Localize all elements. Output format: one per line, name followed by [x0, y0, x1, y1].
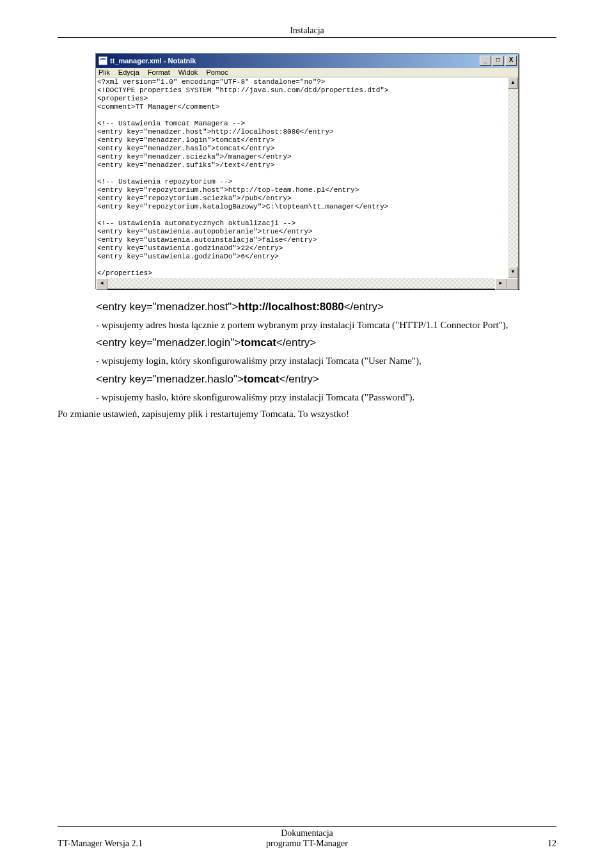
menubar: Plik Edycja Format Widok Pomoc: [96, 68, 518, 77]
footer-right-blank: [390, 828, 556, 839]
titlebar: tt_manager.xml - Notatnik _ □ X: [96, 54, 518, 68]
footer-rule: [58, 826, 556, 827]
notepad-window: tt_manager.xml - Notatnik _ □ X Plik Edy…: [95, 53, 519, 289]
editor-content[interactable]: <?xml version="1.0" encoding="UTF-8" sta…: [96, 77, 508, 278]
menu-view[interactable]: Widok: [178, 68, 198, 76]
body-line-4: Po zmianie ustawień, zapisujemy plik i r…: [58, 409, 556, 420]
footer-center-bottom: programu TT-Manager: [224, 839, 390, 849]
entry-login-prefix: <entry key="menadzer.login">: [96, 336, 240, 349]
body-line-2: - wpisujemy login, który skonfigurowaliś…: [96, 354, 556, 367]
entry-haslo: <entry key="menadzer.haslo">tomcat</entr…: [96, 373, 556, 386]
entry-host: <entry key="menadzer.host">http://localh…: [96, 301, 556, 313]
entry-haslo-prefix: <entry key="menadzer.haslo">: [96, 373, 244, 385]
entry-host-value: http://localhost:8080: [238, 301, 343, 313]
menu-file[interactable]: Plik: [98, 68, 110, 76]
scroll-down-icon[interactable]: ▼: [508, 267, 518, 278]
footer-version: TT-Manager Wersja 2.1: [58, 839, 224, 849]
scroll-up-icon[interactable]: ▲: [508, 77, 518, 89]
footer-page-number: 12: [390, 839, 556, 849]
scroll-track-v[interactable]: [508, 89, 518, 267]
menu-help[interactable]: Pomoc: [206, 68, 228, 76]
close-button[interactable]: X: [505, 56, 517, 66]
entry-host-prefix: <entry key="menadzer.host">: [96, 301, 238, 313]
entry-login-value: tomcat: [240, 336, 276, 349]
minimize-button[interactable]: _: [480, 56, 491, 66]
entry-login: <entry key="menadzer.login">tomcat</entr…: [96, 336, 556, 349]
menu-edit[interactable]: Edycja: [118, 68, 139, 76]
notepad-icon: [98, 56, 107, 65]
scrollbar-horizontal[interactable]: ◄ ►: [96, 278, 518, 288]
body-line-1: - wpisujemy adres hosta łącznie z portem…: [96, 319, 556, 331]
scroll-track-h[interactable]: [107, 278, 495, 288]
menu-format[interactable]: Format: [148, 68, 170, 76]
scroll-right-icon[interactable]: ►: [495, 278, 507, 290]
page-footer: Dokumentacja TT-Manager Wersja 2.1 progr…: [58, 826, 556, 849]
maximize-button[interactable]: □: [492, 56, 504, 66]
footer-left: [58, 828, 224, 839]
entry-haslo-suffix: </entry>: [279, 373, 319, 385]
window-title: tt_manager.xml - Notatnik: [110, 57, 480, 65]
page-header-title: Instalacja: [58, 26, 556, 36]
entry-haslo-value: tomcat: [244, 373, 279, 385]
footer-center-top: Dokumentacja: [224, 828, 390, 839]
entry-login-suffix: </entry>: [276, 336, 316, 349]
entry-host-suffix: </entry>: [344, 301, 384, 313]
scrollbar-corner: [507, 278, 518, 290]
scroll-left-icon[interactable]: ◄: [96, 278, 107, 290]
scrollbar-vertical[interactable]: ▲ ▼: [508, 77, 518, 278]
header-rule: [58, 37, 556, 38]
body-line-3: - wpisujemy hasło, które skonfigurowaliś…: [96, 391, 556, 404]
